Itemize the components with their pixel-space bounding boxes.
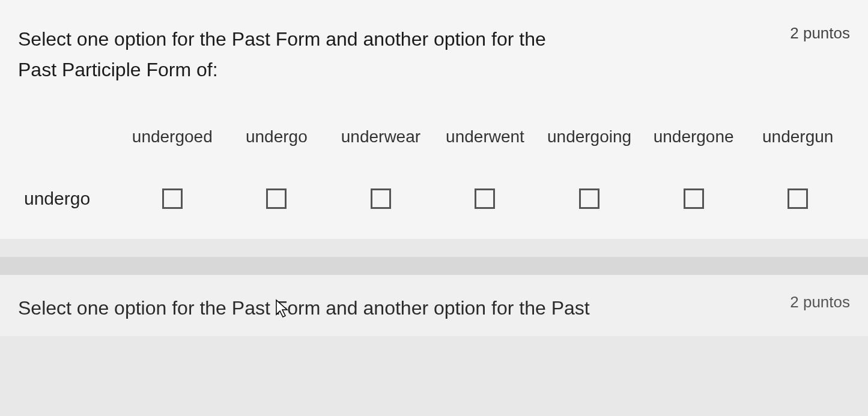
- checkbox-cell: [225, 188, 329, 209]
- checkbox-underwear[interactable]: [371, 188, 391, 209]
- row-label: undergo: [18, 188, 120, 209]
- question-card: Select one option for the Past Form and …: [0, 275, 868, 336]
- question-title: Select one option for the Past Form and …: [18, 293, 590, 324]
- column-header: undergun: [745, 127, 850, 146]
- checkbox-undergoing[interactable]: [579, 188, 599, 209]
- checkbox-cell: [329, 188, 433, 209]
- checkbox-undergun[interactable]: [788, 188, 808, 209]
- column-header: undergoed: [120, 127, 225, 146]
- question-header: Select one option for the Past Form and …: [18, 24, 850, 85]
- checkbox-cell: [642, 188, 746, 209]
- checkbox-cell: [537, 188, 642, 209]
- checkbox-undergoed[interactable]: [162, 188, 183, 209]
- column-header: underwear: [329, 127, 433, 146]
- checkbox-underwent[interactable]: [475, 188, 495, 209]
- column-header: undergone: [642, 127, 746, 146]
- question-points: 2 puntos: [790, 293, 850, 312]
- answer-grid: undergoed undergo underwear underwent un…: [18, 127, 850, 209]
- column-header: underwent: [433, 127, 538, 146]
- question-header: Select one option for the Past Form and …: [18, 293, 850, 324]
- column-header: undergo: [225, 127, 329, 146]
- checkbox-cell: [433, 188, 538, 209]
- question-title: Select one option for the Past Form and …: [18, 24, 583, 85]
- section-divider: [0, 257, 868, 275]
- column-header: undergoing: [537, 127, 642, 146]
- checkbox-undergo[interactable]: [266, 188, 287, 209]
- question-card: Select one option for the Past Form and …: [0, 0, 868, 239]
- checkbox-cell: [745, 188, 850, 209]
- question-points: 2 puntos: [790, 24, 850, 43]
- checkbox-undergone[interactable]: [684, 188, 704, 209]
- checkbox-cell: [120, 188, 225, 209]
